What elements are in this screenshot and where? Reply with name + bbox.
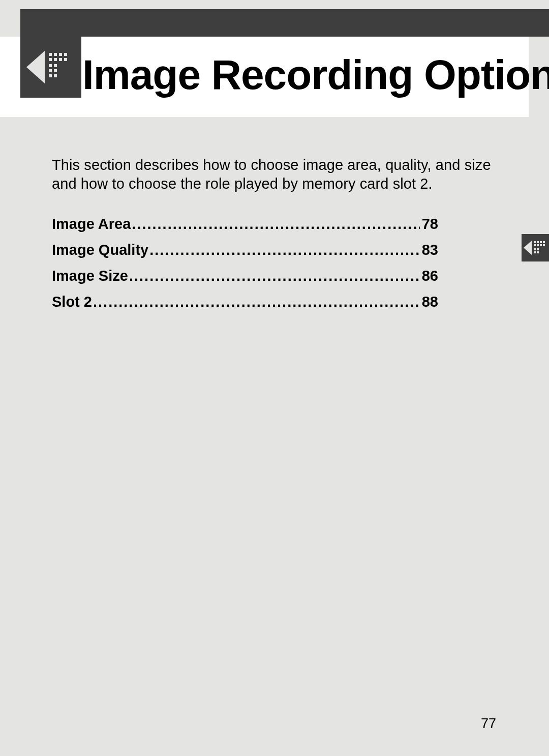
page-number: 77 (481, 716, 496, 732)
svg-rect-4 (59, 53, 62, 56)
dot-leader (92, 294, 420, 310)
svg-rect-14 (49, 74, 52, 77)
svg-rect-27 (534, 251, 536, 253)
svg-marker-16 (524, 241, 532, 255)
toc-label: Image Area (52, 216, 131, 232)
svg-rect-1 (45, 49, 71, 85)
toc-page: 78 (420, 216, 438, 232)
dot-leader (131, 216, 419, 232)
svg-rect-26 (537, 248, 539, 250)
intro-paragraph: This section describes how to choose ima… (52, 156, 497, 193)
svg-rect-10 (49, 64, 52, 67)
svg-rect-21 (534, 244, 536, 246)
thumb-index-tab (522, 234, 549, 261)
chapter-title: Image Recording Options (82, 51, 549, 99)
toc-label: Slot 2 (52, 294, 92, 310)
svg-rect-6 (49, 58, 52, 61)
toc-list: Image Area 78 Image Quality 83 Image Siz… (52, 216, 438, 319)
toc-page: 88 (420, 294, 438, 310)
toc-row: Image Quality 83 (52, 242, 438, 258)
svg-rect-20 (543, 241, 545, 243)
toc-label: Image Size (52, 268, 128, 284)
dot-leader (128, 268, 420, 284)
svg-rect-19 (540, 241, 542, 243)
svg-rect-25 (534, 248, 536, 250)
toc-row: Slot 2 88 (52, 294, 438, 310)
svg-rect-15 (54, 74, 57, 77)
toc-row: Image Size 86 (52, 268, 438, 284)
svg-rect-18 (537, 241, 539, 243)
svg-rect-2 (49, 53, 52, 56)
toc-page: 86 (420, 268, 438, 284)
svg-rect-8 (59, 58, 62, 61)
svg-rect-3 (54, 53, 57, 56)
toc-label: Image Quality (52, 242, 148, 258)
svg-rect-24 (543, 244, 545, 246)
svg-rect-13 (54, 69, 57, 72)
memory-card-arrow-icon (522, 234, 549, 261)
memory-card-arrow-icon (20, 37, 81, 98)
svg-rect-12 (49, 69, 52, 72)
svg-rect-7 (54, 58, 57, 61)
svg-rect-28 (537, 251, 539, 253)
header-bar (20, 9, 549, 37)
toc-page: 83 (420, 242, 438, 258)
chapter-icon (20, 37, 81, 98)
svg-rect-11 (54, 64, 57, 67)
toc-row: Image Area 78 (52, 216, 438, 232)
svg-rect-5 (64, 53, 67, 56)
svg-marker-0 (26, 51, 45, 83)
dot-leader (148, 242, 420, 258)
svg-rect-9 (64, 58, 67, 61)
svg-rect-22 (537, 244, 539, 246)
svg-rect-17 (534, 241, 536, 243)
svg-rect-23 (540, 244, 542, 246)
